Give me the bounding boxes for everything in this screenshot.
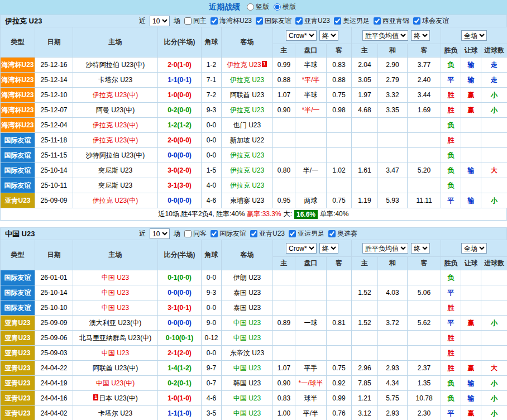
avg-stage-select[interactable]: 终 [411,243,430,254]
recent-label-pre: 近 [139,229,146,238]
home-team-cell: 突尼斯 U23 [73,163,158,178]
odds-company-select[interactable]: Crow* [286,30,317,41]
column-subheader: 进球数 [481,44,507,58]
away-team-link[interactable]: 伊拉克 U23 [230,106,264,114]
away-team-link[interactable]: 伊朗 U23 [233,274,261,281]
home-team-link[interactable]: 中国 U23(中) [96,379,135,387]
home-team-link[interactable]: 沙特阿拉伯 U23(中) [86,61,145,69]
away-team-link[interactable]: 泰国 U23 [233,289,261,297]
filter-checkbox[interactable] [328,230,336,237]
filter-国际友谊[interactable]: 国际友谊 [256,16,291,26]
filter-checkbox[interactable] [211,17,218,25]
away-team-link[interactable]: 泰国 U23 [233,304,261,312]
score-value: 0-2(0-0) [168,106,192,114]
filter-checkbox[interactable] [184,17,192,25]
odds-cell [378,133,408,148]
layout-radio-2[interactable]: 横版 [274,2,296,12]
away-team-link[interactable]: 伊拉克 U231 [227,61,267,69]
away-team-link[interactable]: 新加坡 U22 [230,136,264,144]
column-subheader: 主 [273,44,295,58]
filter-checkbox[interactable] [211,230,218,237]
home-team-link[interactable]: 突尼斯 U23 [98,182,132,189]
match-type-cell: 亚青U23 [1,331,35,346]
home-team-link[interactable]: 中国 U23 [102,304,129,312]
filter-checkbox[interactable] [250,230,257,237]
home-team-link[interactable]: 伊拉克 U23(中) [93,121,138,129]
filter-同客[interactable]: 同客 [184,229,207,238]
away-team-link[interactable]: 伊拉克 U23 [230,182,264,189]
away-team-link[interactable]: 韩国 U23 [233,379,261,387]
filter-奥运男足[interactable]: 奥运男足 [334,16,370,26]
result-value: 输 [468,379,475,387]
odds-stage-select[interactable]: 终 [319,243,338,254]
home-team-link[interactable]: 沙特阿拉伯 U23(中) [86,151,145,159]
recent-count-select[interactable]: 10 [150,16,170,26]
filter-海湾杯U23[interactable]: 海湾杯U23 [211,16,252,26]
filter-西亚青锦[interactable]: 西亚青锦 [374,16,409,26]
away-team-link[interactable]: 柬埔寨 U23 [230,197,264,204]
home-team-link[interactable]: 伊拉克 U23(中) [93,91,138,99]
home-team-link[interactable]: 北马里亚纳群岛 U23(中) [79,334,151,342]
away-team-link[interactable]: 伊拉克 U23 [230,166,264,174]
match-row: 海湾杯U2325-12-07阿曼 U23(中)0-2(0-0)9-3伊拉克 U2… [1,103,507,118]
filter-checkbox[interactable] [295,17,303,25]
result-cell: 输 [461,163,481,178]
home-team-link[interactable]: 中国 U23 [102,274,129,281]
away-team-link[interactable]: 中国 U23 [233,409,261,417]
filter-checkbox[interactable] [413,17,420,25]
away-team-link[interactable]: 也门 U23 [233,121,261,129]
away-team-link[interactable]: 阿联酋 U23 [230,91,264,99]
team-section: 伊拉克 U23近10场同主海湾杯U23国际友谊亚青U23奥运男足西亚青锦球会友谊… [0,15,507,221]
home-team-link[interactable]: 突尼斯 U23 [98,166,132,174]
home-team-link[interactable]: 中国 U23 [102,289,129,297]
filter-亚青U23[interactable]: 亚青U23 [250,229,285,238]
filter-国际友谊[interactable]: 国际友谊 [211,229,246,238]
away-team-link[interactable]: 中国 U23 [233,319,261,327]
scope-select[interactable]: 全场 [461,243,487,254]
filter-球会友谊[interactable]: 球会友谊 [413,16,449,26]
odds-group-header: Crow*终 [273,27,352,44]
away-team-link[interactable]: 伊拉克 U23 [230,76,264,84]
home-team-link[interactable]: 1日本 U23(中) [93,394,137,402]
layout-radio-input[interactable] [247,3,254,11]
score-value: 2-0(1-0) [168,61,192,69]
away-team-link[interactable]: 中国 U23 [233,334,261,342]
filter-checkbox[interactable] [374,17,381,25]
filter-checkbox[interactable] [184,230,192,237]
away-team-link[interactable]: 伊拉克 U23 [230,151,264,159]
home-team-link[interactable]: 中国 U23 [102,349,129,357]
avg-type-select[interactable]: 胜平负均值 [362,243,408,254]
filter-checkbox[interactable] [334,17,341,25]
home-team-link[interactable]: 卡塔尔 U23 [98,76,132,84]
layout-radio-input[interactable] [274,3,281,11]
filter-亚青U23[interactable]: 亚青U23 [295,16,330,26]
result-value: 负 [448,394,455,402]
home-team-link[interactable]: 澳大利亚 U23(中) [89,319,141,327]
home-team-link[interactable]: 卡塔尔 U23 [98,409,132,417]
home-team-link[interactable]: 伊拉克 U23(中) [93,197,138,204]
odds-company-select[interactable]: Crow* [286,243,317,254]
filter-checkbox[interactable] [256,17,263,25]
corner-cell: 1-5 [202,163,222,178]
filter-checkbox[interactable] [289,230,296,237]
home-team-link[interactable]: 阿曼 U23(中) [96,106,135,114]
home-team-link[interactable]: 伊拉克 U23(中) [93,136,138,144]
away-team-link[interactable]: 东帝汶 U23 [230,349,264,357]
filter-奥选赛[interactable]: 奥选赛 [328,229,357,238]
filter-亚运男足[interactable]: 亚运男足 [289,229,324,238]
away-team-cell: 中国 U23 [222,391,273,406]
layout-radio-1[interactable]: 竖版 [247,2,269,12]
odds-cell [378,178,408,193]
avg-stage-select[interactable]: 终 [411,30,430,41]
avg-type-select[interactable]: 胜平负均值 [362,30,408,41]
away-team-link[interactable]: 中国 U23 [233,364,261,372]
away-team-link[interactable]: 中国 U23 [233,394,261,402]
recent-count-select[interactable]: 10 [150,228,170,239]
result-cell: 负 [441,118,461,133]
result-cell: 赢 [461,316,481,331]
filter-同主[interactable]: 同主 [184,16,207,26]
odds-stage-select[interactable]: 终 [319,30,338,41]
odds-group-header: 胜平负均值终 [352,240,441,257]
home-team-link[interactable]: 阿联酋 U23(中) [93,364,138,372]
scope-select[interactable]: 全场 [461,30,487,41]
